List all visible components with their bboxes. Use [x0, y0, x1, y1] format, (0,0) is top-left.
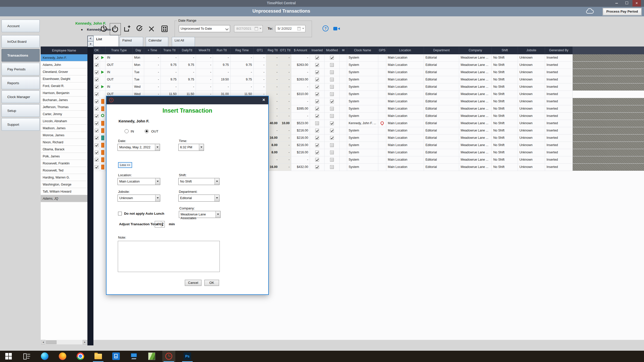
scrollbar-thumb[interactable]: [46, 340, 57, 344]
checkbox-checked[interactable]: [330, 136, 334, 140]
checkbox-checked[interactable]: [95, 100, 98, 103]
employee-item-harrison-benjamin[interactable]: Harrison, Benjamin: [41, 89, 87, 97]
employee-item-adams-john[interactable]: Adams, John: [41, 61, 87, 68]
dropdown-button[interactable]: [214, 178, 219, 185]
sidebar-item-transactions[interactable]: Transactions: [2, 49, 40, 62]
table-row[interactable]: OUTMon-9.759.75-9.759.75---$263.00System…: [93, 62, 644, 69]
employee-item-nixon-richard[interactable]: Nixon, Richard: [41, 139, 87, 146]
employee-item-polk-james[interactable]: Polk, James: [41, 153, 87, 160]
checkbox-checked[interactable]: [315, 129, 319, 132]
table-row[interactable]: INWed----------SystemMain LocationEditor…: [93, 83, 644, 91]
checkbox-checked[interactable]: [315, 92, 319, 96]
less-toggle-button[interactable]: Less <<: [118, 162, 132, 168]
column-header-generated-by[interactable]: Generated By: [545, 47, 573, 54]
minimize-button[interactable]: [612, 0, 621, 7]
close-button[interactable]: ✕: [632, 0, 641, 7]
pc-app-icon[interactable]: [127, 351, 140, 362]
column-header-ot1-ttl[interactable]: OT1 Ttl: [279, 47, 291, 54]
location-select[interactable]: Main Location: [118, 178, 160, 185]
employee-item-obama-barack[interactable]: Obama, Barack: [41, 146, 87, 153]
start-button[interactable]: [3, 351, 16, 362]
scroll-right-button[interactable]: ►: [83, 340, 87, 344]
tab-list-all[interactable]: List All: [172, 37, 195, 47]
column-header-run-ttl[interactable]: Run Ttl: [213, 47, 231, 54]
task-view-icon[interactable]: [20, 351, 33, 362]
employee-item-monroe-james[interactable]: Monroe, James: [41, 132, 87, 139]
checkbox-checked[interactable]: [315, 85, 319, 89]
column-header-mail-icon[interactable]: ✉: [340, 47, 347, 54]
employee-item-washington-george[interactable]: Washington, George: [41, 181, 87, 188]
delete-transaction-icon[interactable]: [148, 25, 155, 33]
employee-item-kennedy-john-f[interactable]: Kennedy, John F.: [41, 54, 87, 61]
sidebar-item-support[interactable]: Support: [2, 118, 40, 131]
employee-item-cleveland-grover[interactable]: Cleveland, Grover: [41, 68, 87, 75]
checkbox-checked[interactable]: [95, 165, 98, 169]
checkbox-checked[interactable]: [95, 136, 98, 140]
checkbox-checked[interactable]: [95, 63, 98, 67]
checkbox-checked[interactable]: [315, 78, 319, 81]
employee-item-buchanan-james[interactable]: Buchanan, James: [41, 97, 87, 104]
table-row[interactable]: INMon----------SystemMain LocationEditor…: [93, 54, 644, 62]
column-header-ot1[interactable]: OT1: [254, 47, 266, 54]
sidebar-item-pay-periods[interactable]: Pay Periods: [2, 63, 40, 75]
process-pay-period-button[interactable]: Process Pay Period: [603, 8, 641, 15]
sidebar-item-account[interactable]: Account: [2, 20, 40, 32]
checkbox-checked[interactable]: [95, 114, 98, 118]
checkbox-unchecked[interactable]: [330, 165, 334, 169]
shift-select[interactable]: No Shift: [178, 178, 220, 185]
checkbox-unchecked[interactable]: [330, 143, 334, 147]
checkbox-unchecked[interactable]: [330, 107, 334, 111]
dropdown-button[interactable]: [199, 144, 204, 151]
column-header-icon[interactable]: [100, 47, 105, 54]
column-header-reg-time[interactable]: Reg Time: [231, 47, 254, 54]
sidebar-item-reports[interactable]: Reports: [2, 77, 40, 89]
timepilot-clock-icon[interactable]: [162, 351, 175, 362]
file-explorer-icon[interactable]: [92, 351, 105, 362]
radio-in[interactable]: [125, 129, 129, 133]
photoshop-icon[interactable]: Ps: [181, 351, 194, 362]
firefox-icon[interactable]: [56, 351, 69, 362]
dropdown-button[interactable]: [214, 195, 219, 201]
to-date-field[interactable]: 5/ 2/2022: [275, 25, 305, 32]
checkbox-checked[interactable]: [95, 70, 98, 74]
sidebar-item-clock-manager[interactable]: Clock Manager: [2, 90, 40, 103]
checkbox-unchecked[interactable]: [330, 151, 334, 154]
department-select[interactable]: Editorial: [178, 195, 220, 202]
column-header-plus-time[interactable]: + Time: [144, 47, 161, 54]
image-viewer-icon[interactable]: [145, 351, 158, 362]
checkbox-checked[interactable]: [315, 136, 319, 140]
employee-item-roosevelt-franklin[interactable]: Roosevelt, Franklin: [41, 160, 87, 167]
checkbox-checked[interactable]: [315, 107, 319, 111]
checkbox-checked[interactable]: [330, 129, 334, 132]
table-row[interactable]: INTue----------SystemMain LocationEditor…: [93, 69, 644, 76]
column-header-week-ttl[interactable]: WeekTtl: [196, 47, 213, 54]
tab-scroll-left-button[interactable]: <: [88, 36, 93, 41]
checkbox-unchecked[interactable]: [330, 158, 334, 162]
checkbox-checked[interactable]: [95, 56, 98, 60]
table-row[interactable]: OUTTue-9.759.75-19.509.75---$263.00Syste…: [93, 76, 644, 83]
column-header-inserted[interactable]: Inserted: [310, 47, 325, 54]
radio-out[interactable]: [145, 129, 149, 133]
checkbox-checked[interactable]: [95, 121, 98, 125]
column-header-day[interactable]: Day: [133, 47, 144, 54]
checkbox-checked[interactable]: [95, 85, 98, 89]
checkbox-checked[interactable]: [315, 100, 319, 103]
employee-item-taft-william-howard[interactable]: Taft, William Howard: [41, 188, 87, 195]
checkbox-checked[interactable]: [95, 151, 98, 154]
dropdown-button[interactable]: [155, 195, 160, 201]
checkbox-unchecked[interactable]: [330, 70, 334, 74]
checkbox-checked[interactable]: [330, 100, 334, 103]
column-header-trans-type[interactable]: Trans Type: [105, 47, 133, 54]
column-header-shift[interactable]: Shift: [492, 47, 518, 54]
checkbox-checked[interactable]: [315, 165, 319, 169]
column-header-amount[interactable]: $ Amount: [291, 47, 310, 54]
checkbox-unchecked[interactable]: [330, 78, 334, 81]
dropdown-button[interactable]: [216, 211, 220, 218]
company-select[interactable]: Meadowrue Lane Associates: [179, 211, 221, 218]
clock-out-icon[interactable]: [111, 25, 119, 33]
scroll-left-button[interactable]: ◄: [41, 340, 45, 344]
ok-button[interactable]: OK: [204, 280, 219, 286]
checkbox-checked[interactable]: [95, 92, 98, 96]
tab-calendar[interactable]: Calendar: [146, 37, 168, 47]
checkbox-unchecked[interactable]: [330, 114, 334, 118]
